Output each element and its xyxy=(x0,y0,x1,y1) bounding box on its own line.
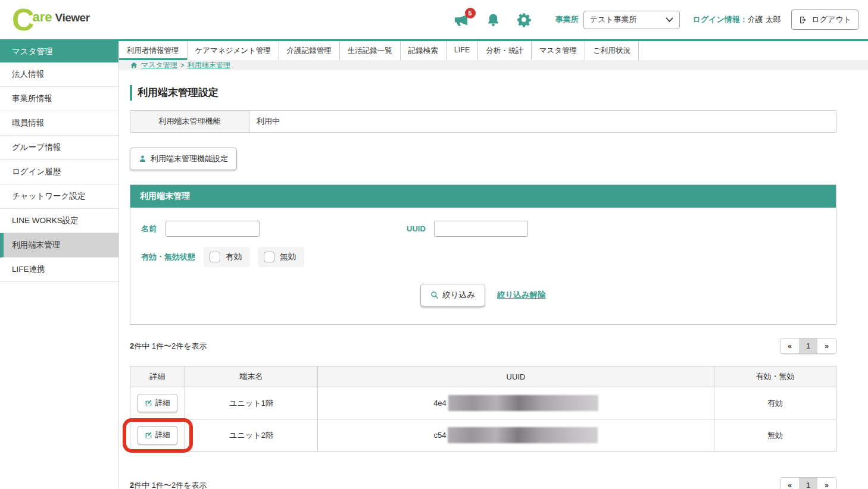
uuid-filter-input[interactable] xyxy=(434,221,528,237)
person-icon xyxy=(139,155,146,163)
sidebar-item-corporate-info[interactable]: 法人情報 xyxy=(0,62,118,87)
tab-record-search[interactable]: 記録検索 xyxy=(401,41,447,60)
announcements-button[interactable]: 5 xyxy=(452,12,470,28)
filter-clear-link[interactable]: 絞り込み解除 xyxy=(497,290,546,300)
uuid-redacted-block xyxy=(448,427,598,443)
device-filter-panel: 利用端末管理 名前 UUID 有効・無効状態 有効 xyxy=(130,184,836,325)
office-label: 事業所 xyxy=(555,14,579,25)
pagination-top: « 1 » xyxy=(780,338,836,354)
uuid-cell: 4e4 xyxy=(318,387,714,419)
logo-c-letter: C xyxy=(12,6,35,34)
logout-button[interactable]: ログアウト xyxy=(791,10,858,30)
sidebar-header: マスタ管理 xyxy=(0,41,118,62)
uuid-visible-text: c54 xyxy=(434,431,447,440)
search-icon xyxy=(430,291,439,299)
detail-button-row2[interactable]: 詳細 xyxy=(138,426,177,444)
result-count-text: 件中 1件〜2件を表示 xyxy=(134,341,207,350)
tab-user-info[interactable]: 利用者情報管理 xyxy=(119,41,188,60)
info-value-cell: 利用中 xyxy=(249,111,836,133)
settings-button-label: 利用端末管理機能設定 xyxy=(151,153,228,164)
sidebar-item-life-link[interactable]: LIFE連携 xyxy=(0,258,118,282)
device-list-table: 詳細 端末名 UUID 有効・無効 詳細 xyxy=(130,366,836,452)
edit-icon xyxy=(145,431,152,439)
notifications-button[interactable] xyxy=(486,12,501,28)
breadcrumb-link-device[interactable]: 利用端末管理 xyxy=(188,60,230,70)
pagination-prev-button[interactable]: « xyxy=(780,478,799,489)
sidebar-item-office-info[interactable]: 事業所情報 xyxy=(0,87,118,111)
sidebar-item-lineworks-settings[interactable]: LINE WORKS設定 xyxy=(0,209,118,233)
logo-are-text: are xyxy=(33,10,52,25)
home-icon xyxy=(130,61,138,69)
login-user-name: 介護 太郎 xyxy=(748,14,781,25)
tab-life-records[interactable]: 生活記録一覧 xyxy=(340,41,401,60)
bell-icon xyxy=(486,12,501,28)
device-function-settings-button[interactable]: 利用端末管理機能設定 xyxy=(130,148,237,170)
name-filter-label: 名前 xyxy=(141,224,157,234)
sidebar-item-chatwork-settings[interactable]: チャットワーク設定 xyxy=(0,184,118,209)
sidebar-item-staff-info[interactable]: 職員情報 xyxy=(0,111,118,136)
disabled-checkbox-option[interactable]: 無効 xyxy=(258,247,304,267)
pagination-current-page: 1 xyxy=(799,478,817,489)
header-status: 有効・無効 xyxy=(714,366,836,387)
info-label-cell: 利用端末管理機能 xyxy=(130,111,249,133)
disabled-checkbox-label: 無効 xyxy=(280,252,296,262)
tab-life[interactable]: LIFE xyxy=(447,41,478,60)
sidebar-item-group-info[interactable]: グループ情報 xyxy=(0,136,118,160)
device-function-info-table: 利用端末管理機能 利用中 xyxy=(130,110,836,133)
pagination-next-button[interactable]: » xyxy=(817,338,836,353)
status-cell: 有効 xyxy=(714,387,836,419)
uuid-redacted-block xyxy=(448,395,598,411)
filter-submit-button[interactable]: 絞り込み xyxy=(420,284,485,306)
tab-analysis-stats[interactable]: 分析・統計 xyxy=(478,41,532,60)
uuid-cell: c54 xyxy=(318,419,714,452)
result-count-text: 件中 1件〜2件を表示 xyxy=(134,481,207,489)
table-row: 利用端末管理機能 利用中 xyxy=(130,111,836,133)
sidebar-item-device-management[interactable]: 利用端末管理 xyxy=(0,233,118,258)
office-select[interactable]: テスト事業所 xyxy=(583,11,680,29)
device-name-cell: ユニット2階 xyxy=(185,419,318,452)
page-title: 利用端末管理設定 xyxy=(130,85,836,101)
sidebar-item-login-history[interactable]: ログイン履歴 xyxy=(0,160,118,184)
tab-master-management[interactable]: マスタ管理 xyxy=(532,41,585,60)
breadcrumb-link-master[interactable]: マスタ管理 xyxy=(141,60,177,70)
logo-viewer-text: Viewer xyxy=(55,11,90,24)
main-tab-bar: 利用者情報管理 ケアマネジメント管理 介護記録管理 生活記録一覧 記録検索 LI… xyxy=(119,41,868,60)
settings-button[interactable] xyxy=(516,12,532,27)
breadcrumb: マスタ管理 > 利用端末管理 xyxy=(119,60,868,70)
device-name-cell: ユニット1階 xyxy=(185,387,318,419)
status-filter-label: 有効・無効状態 xyxy=(141,252,195,262)
login-info-label: ログイン情報 xyxy=(693,14,740,25)
tab-care-records[interactable]: 介護記録管理 xyxy=(279,41,340,60)
tab-care-management[interactable]: ケアマネジメント管理 xyxy=(188,41,279,60)
header-device-name: 端末名 xyxy=(185,366,318,387)
name-filter-input[interactable] xyxy=(166,221,260,237)
status-cell: 無効 xyxy=(714,419,836,452)
detail-button-label: 詳細 xyxy=(155,398,170,408)
filter-submit-label: 絞り込み xyxy=(442,290,475,300)
pagination-next-button[interactable]: » xyxy=(817,478,836,489)
logout-icon xyxy=(798,15,808,24)
edit-icon xyxy=(145,399,152,407)
uuid-filter-label: UUID xyxy=(407,224,426,233)
enabled-checkbox[interactable] xyxy=(210,252,220,262)
pagination-prev-button[interactable]: « xyxy=(780,338,799,353)
header-detail: 詳細 xyxy=(130,366,185,387)
login-info-separator: ： xyxy=(740,14,748,25)
filter-panel-title: 利用端末管理 xyxy=(130,185,836,208)
top-bar: C are Viewer 5 事業所 テスト事業所 xyxy=(0,0,868,39)
pagination-bottom: « 1 » xyxy=(780,477,836,489)
office-selected-value: テスト事業所 xyxy=(590,14,637,25)
logout-label: ログアウト xyxy=(811,14,851,25)
tab-usage-status[interactable]: ご利用状況 xyxy=(585,41,639,60)
detail-button-row1[interactable]: 詳細 xyxy=(138,394,177,412)
detail-button-label: 詳細 xyxy=(155,430,170,440)
header-uuid: UUID xyxy=(318,366,714,387)
enabled-checkbox-option[interactable]: 有効 xyxy=(204,247,250,267)
result-count-summary-bottom: 2件中 1件〜2件を表示 xyxy=(130,480,207,489)
chevron-down-icon xyxy=(666,17,673,23)
disabled-checkbox[interactable] xyxy=(264,252,274,262)
result-count-summary: 2件中 1件〜2件を表示 xyxy=(130,341,207,352)
notification-badge: 5 xyxy=(465,8,476,18)
table-header-row: 詳細 端末名 UUID 有効・無効 xyxy=(130,366,836,387)
app-logo: C are Viewer xyxy=(12,6,90,34)
